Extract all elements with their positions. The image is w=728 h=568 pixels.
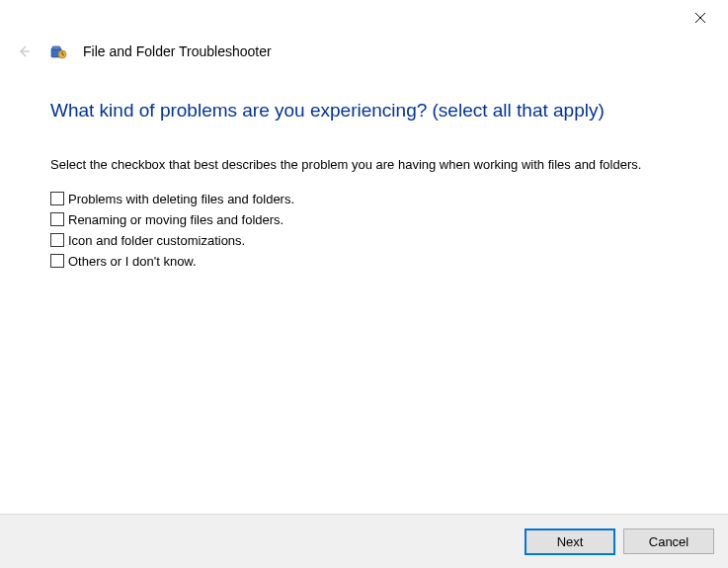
checkbox-icon [50, 233, 64, 247]
next-button[interactable]: Next [525, 528, 615, 555]
footer-bar: Next Cancel [0, 514, 728, 568]
content-area: What kind of problems are you experienci… [50, 99, 688, 269]
close-icon [694, 12, 706, 24]
wizard-header: File and Folder Troubleshooter [14, 41, 272, 61]
option-label: Renaming or moving files and folders. [68, 212, 283, 227]
option-renaming[interactable]: Renaming or moving files and folders. [50, 212, 688, 227]
back-arrow-icon [16, 43, 32, 59]
option-label: Icon and folder customizations. [68, 233, 245, 248]
svg-rect-4 [52, 46, 60, 49]
option-icon-customizations[interactable]: Icon and folder customizations. [50, 233, 688, 248]
instruction-text: Select the checkbox that best describes … [50, 157, 688, 172]
page-heading: What kind of problems are you experienci… [50, 99, 688, 123]
close-button[interactable] [685, 6, 716, 30]
option-label: Others or I don't know. [68, 254, 197, 269]
checkbox-icon [50, 212, 64, 226]
option-deleting[interactable]: Problems with deleting files and folders… [50, 192, 688, 206]
option-list: Problems with deleting files and folders… [50, 192, 688, 269]
troubleshooter-icon [49, 42, 67, 60]
option-label: Problems with deleting files and folders… [68, 192, 294, 206]
checkbox-icon [50, 192, 64, 205]
wizard-title: File and Folder Troubleshooter [83, 43, 272, 59]
cancel-button[interactable]: Cancel [623, 528, 714, 554]
back-button[interactable] [14, 41, 34, 61]
checkbox-icon [50, 254, 64, 268]
option-others[interactable]: Others or I don't know. [50, 254, 688, 269]
